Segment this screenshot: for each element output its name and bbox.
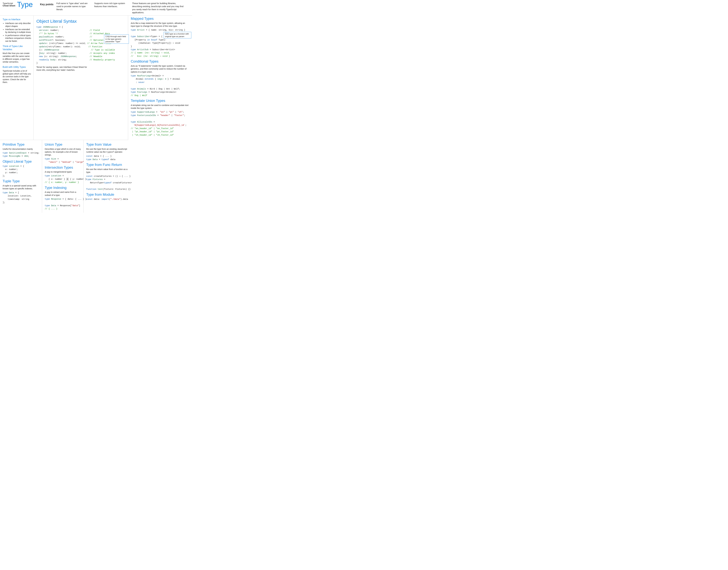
brand: TypeScript Cheat Sheet Type — [3, 1, 33, 8]
sidebar: Type vs Interface Interfaces can only de… — [0, 16, 33, 140]
type-indexing-code: type Response = { data: { ... } } type D… — [45, 198, 81, 211]
sidebar-bullet: Interfaces can only describe object shap… — [5, 22, 31, 28]
intersection-types-desc: A way to merge/extend types — [45, 171, 81, 173]
intersection-types-title: Intersection Types — [45, 165, 81, 170]
type-from-value-title: Type from Value — [86, 142, 132, 147]
intersection-types-code: type Location = { x: number } & { y: num… — [45, 174, 81, 184]
template-union-title: Template Union Types — [131, 98, 190, 103]
sidebar-heading-variables: Think of Types Like Variables — [3, 45, 31, 51]
object-literal-type-code: type Location = { x: number; y: number; … — [3, 165, 39, 178]
primitive-type-code: type SanitizedInput = string; type Missi… — [3, 151, 39, 158]
type-indexing-desc: A way to extract and name from a subset … — [45, 191, 81, 197]
mapped-types-desc: Acts like a map statement for the type s… — [131, 22, 190, 28]
bottom-col-2: Union Type Describes a type which is one… — [42, 140, 83, 213]
type-from-return-title: Type from Func Return — [86, 162, 132, 167]
union-type-code: type Size = "small" | "medium" | "large" — [45, 157, 81, 164]
type-from-return-code: const createFixtures = () ⇒ { ... } type… — [86, 175, 132, 191]
brand-big: Type — [17, 1, 33, 8]
header: TypeScript Cheat Sheet Type Key points F… — [0, 0, 192, 16]
sidebar-bullet: In performance critical types interface … — [5, 34, 31, 43]
callout-loop-fields: Loop through each field in the type gene… — [104, 34, 129, 44]
callout-sets-type: Sets type as a function with original ty… — [164, 32, 191, 38]
primitive-type-desc: Useful for documentation mainly — [3, 148, 39, 151]
object-literal-note: Terser for saving space, see Interface C… — [36, 66, 89, 72]
type-from-value-desc: Re-use the type from an existing JavaScr… — [86, 148, 132, 154]
type-from-return-desc: Re-use the return value from a function … — [86, 168, 132, 174]
template-union-desc: A template string can be used to combine… — [131, 104, 190, 110]
bottom-col-3: Type from Value Re-use the type from an … — [83, 140, 134, 213]
conditional-types-desc: Acts as "if statements" inside the type … — [131, 64, 190, 73]
object-literal-title: Object Literal Syntax — [36, 18, 125, 24]
sidebar-para: TypeScript includes a lot of global type… — [3, 69, 31, 84]
conditional-types-title: Conditional Types — [131, 59, 190, 64]
brand-line1: TypeScript — [3, 2, 15, 5]
sidebar-para: Much like how you can create variables w… — [3, 52, 31, 63]
sidebar-heading-utility: Build with Utility Types — [3, 65, 31, 69]
tuple-type-title: Tuple Type — [3, 179, 39, 184]
type-indexing-title: Type Indexing — [45, 185, 81, 190]
sidebar-bullets: Interfaces can only describe object shap… — [3, 22, 31, 42]
bottom-col-1: Primitive Type Useful for documentation … — [0, 140, 42, 213]
object-literal-code: type JSONResponse = { version: number; /… — [36, 25, 125, 65]
type-from-value-code: const data = { ... } type Data = typeof … — [86, 155, 132, 161]
tuple-type-desc: A tuple is a special-cased array with kn… — [3, 184, 39, 190]
mapped-types-title: Mapped Types — [131, 16, 190, 21]
tuple-type-code: type Data = [ location: Location, timest… — [3, 191, 39, 204]
template-union-code: type SupportedLangs = "en" | "pt" | "zh"… — [131, 110, 190, 136]
type-from-module-code: const data: import("./data").data — [86, 198, 132, 201]
type-from-module-title: Type from Module — [86, 192, 132, 197]
right-column: Mapped Types Acts like a map statement f… — [128, 16, 192, 140]
conditional-types-code: type HasFourLegs<Animal> = Animal extend… — [131, 74, 190, 97]
brand-text: TypeScript Cheat Sheet — [3, 2, 15, 7]
union-type-title: Union Type — [45, 142, 81, 147]
brand-line2: Cheat Sheet — [3, 5, 15, 7]
main-column: Object Literal Syntax type JSONResponse … — [33, 16, 128, 140]
key-point-3: These features are great for building li… — [129, 1, 187, 14]
primitive-type-title: Primitive Type — [3, 142, 39, 147]
object-literal-type-title: Object Literal Type — [3, 159, 39, 164]
sidebar-heading-type-vs-interface: Type vs Interface — [3, 18, 31, 21]
key-point-1: Full name is "type alias" and are used t… — [53, 1, 91, 11]
key-point-2: Supports more rich type-system features … — [91, 1, 129, 8]
union-type-desc: Describes a type which is one of many op… — [45, 148, 81, 157]
key-points-label: Key points — [40, 1, 53, 6]
sidebar-bullet: Interfaces can be extended by declaring … — [5, 28, 31, 34]
